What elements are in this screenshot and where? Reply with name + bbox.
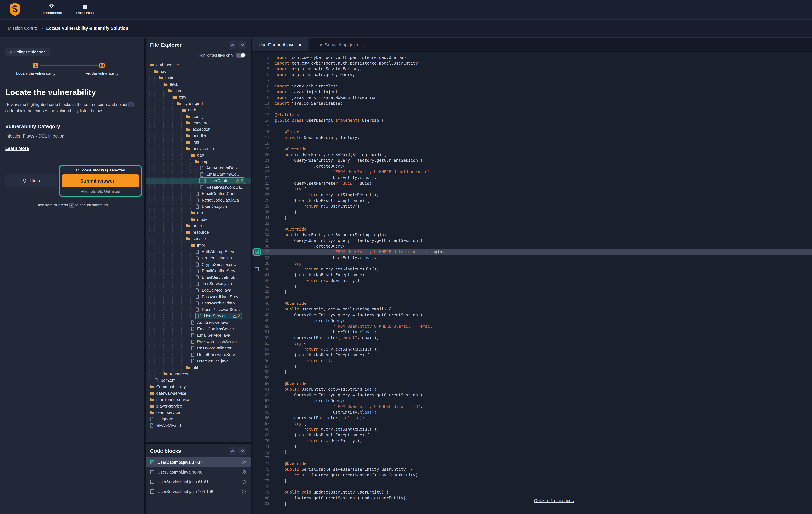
tree-folder-impl[interactable]: impl [146, 158, 251, 165]
code-text: query.setParameter("id", id); [275, 415, 365, 420]
code-block-item[interactable]: UserDaoImpl.java:37-37 [146, 457, 251, 467]
tree-file-UserDaoIm[interactable]: UserDaoIm…2 [146, 178, 251, 184]
tree-folder-player-service[interactable]: player-service [146, 403, 251, 409]
tree-file-CredentialValida[interactable]: CredentialValida… [146, 255, 251, 262]
tree-file-AuthAttemptServi[interactable]: AuthAttemptServi… [146, 248, 251, 255]
tree-folder-resources[interactable]: resources [146, 371, 251, 377]
tree-folder-util[interactable]: util [146, 364, 251, 371]
close-tab-icon[interactable]: × [362, 42, 365, 48]
tree-file-UserService[interactable]: UserService…2 [146, 313, 251, 319]
tree-folder-src[interactable]: src [146, 68, 251, 75]
explorer-scroll-down-button[interactable] [238, 41, 246, 49]
tree-file-EmailService.java[interactable]: EmailService.java [146, 332, 251, 339]
indent-guide [149, 210, 154, 216]
hints-button[interactable]: Hints [5, 174, 57, 187]
tree-item-label: AuthAttemptDao… [206, 166, 241, 170]
tree-folder-model[interactable]: model [146, 216, 251, 223]
main-layout: Collapse sidebar 1 2 Locate the vulnerab… [0, 38, 812, 514]
line-select-checkbox[interactable] [255, 267, 259, 271]
collapse-sidebar-button[interactable]: Collapse sidebar [5, 48, 50, 56]
editor-tab-UserServiceImpl.java[interactable]: UserServiceImpl.java× [309, 38, 372, 51]
line-select-checkbox[interactable] [255, 250, 259, 254]
tree-folder-csw[interactable]: csw [146, 94, 251, 101]
indent-guide [149, 280, 154, 287]
tree-file-JmsService.java[interactable]: JmsService.java [146, 280, 251, 287]
tree-folder-java[interactable]: java [146, 81, 251, 88]
tree-file-UserService.java[interactable]: UserService.java [146, 358, 251, 364]
tree-folder-auth-service[interactable]: auth-service [146, 62, 251, 68]
submit-answer-button[interactable]: Submit answer → [62, 174, 139, 187]
tree-file-ResetPasswordDa[interactable]: ResetPasswordDa… [146, 184, 251, 191]
tree-folder-monitoring-service[interactable]: monitoring-service [146, 397, 251, 403]
breadcrumb-parent[interactable]: Mission Control [8, 26, 38, 31]
tree-file-PasswordValidatorS[interactable]: PasswordValidatorS… [146, 345, 251, 351]
code-block-checkbox[interactable] [150, 470, 154, 474]
tree-file-ResetPasswordServi[interactable]: ResetPasswordServi… [146, 351, 251, 358]
tree-file-README.md[interactable]: README.md [146, 422, 251, 429]
tree-folder-exception[interactable]: exception [146, 126, 251, 133]
explorer-scroll-up-button[interactable] [229, 41, 236, 49]
code-line-47: 47 public UserEntity getByEmail(String e… [252, 306, 812, 312]
tree-file-EmailServiceImpl[interactable]: EmailServiceImpl… [146, 274, 251, 281]
tree-folder-jms[interactable]: jms [146, 139, 251, 145]
nav-resources[interactable]: Resources [76, 4, 93, 15]
tree-file-EmailConfirmCode[interactable]: EmailConfirmCode… [146, 191, 251, 197]
tree-file-PasswordHashServic[interactable]: PasswordHashServic… [146, 339, 251, 345]
code-block-checkbox[interactable] [150, 460, 154, 464]
tree-folder-main[interactable]: main [146, 75, 251, 81]
tree-file-AuthService.java[interactable]: AuthService.java [146, 319, 251, 326]
tree-file-EmailConfirmCo[interactable]: EmailConfirmCo… [146, 171, 251, 178]
tree-folder-converter[interactable]: converter [146, 119, 251, 126]
tree-folder-gateway-service[interactable]: gateway-service [146, 390, 251, 397]
highlighted-only-toggle[interactable] [236, 53, 245, 58]
tree-folder-config[interactable]: config [146, 113, 251, 120]
tree-folder-resource[interactable]: resource [146, 229, 251, 236]
indent-guide [149, 268, 154, 274]
tree-file-pom.xml[interactable]: pom.xml [146, 377, 251, 384]
indent-guide [186, 197, 190, 204]
tree-folder-com[interactable]: com [146, 87, 251, 94]
tree-file-EmailConfirmServic[interactable]: EmailConfirmServic… [146, 326, 251, 332]
tree-file-AuthAttemptDao[interactable]: AuthAttemptDao… [146, 165, 251, 171]
tree-folder-impl[interactable]: impl [146, 242, 251, 248]
code-block-item[interactable]: UserServiceImpl.java:106-106 [146, 487, 251, 496]
tree-folder-auth[interactable]: auth [146, 107, 251, 113]
tree-file-PasswordValidato[interactable]: PasswordValidato… [146, 300, 251, 306]
tree-folder-proto[interactable]: proto [146, 223, 251, 229]
tree-folder-dao[interactable]: dao [146, 152, 251, 158]
shortcuts-hint[interactable]: Click here or press ? to see all shortcu… [5, 203, 139, 208]
tree-file-LogService.java[interactable]: LogService.java [146, 287, 251, 294]
tree-folder-handler[interactable]: handler [146, 133, 251, 139]
tree-file-UserDao.java[interactable]: UserDao.java [146, 204, 251, 210]
indent-guide [158, 87, 163, 94]
brand-logo[interactable] [8, 2, 22, 17]
close-tab-icon[interactable]: × [299, 42, 302, 48]
code-block-checkbox[interactable] [150, 480, 154, 484]
file-icon [190, 359, 195, 363]
code-block-item[interactable]: UserDaoImpl.java:40-40 [146, 467, 251, 477]
tree-folder-CommonLibrary[interactable]: CommonLibrary [146, 384, 251, 390]
code-block-checkbox[interactable] [150, 489, 154, 494]
tree-folder-cybersport[interactable]: cybersport [146, 101, 251, 107]
indent-guide [149, 158, 154, 165]
code-line-59: 59 [252, 375, 812, 381]
tree-file-.gitignore[interactable]: .gitignore [146, 416, 251, 422]
learn-more-link[interactable]: Learn More [5, 146, 29, 151]
indent-guide [172, 133, 177, 139]
code-blocks-up-button[interactable] [229, 447, 236, 455]
tree-folder-service[interactable]: service [146, 236, 251, 242]
code-blocks-down-button[interactable] [238, 447, 246, 455]
tree-file-ResetPasswordSe[interactable]: ResetPasswordSe… [146, 306, 251, 313]
tree-folder-persistence[interactable]: persistence [146, 145, 251, 152]
tree-folder-team-service[interactable]: team-service [146, 409, 251, 416]
nav-tournaments[interactable]: Tournaments [41, 4, 62, 15]
editor-tab-UserDaoImpl.java[interactable]: UserDaoImpl.java× [252, 38, 309, 51]
code-block-item[interactable]: UserServiceImpl.java:61-61 [146, 477, 251, 487]
tree-item-label: impl [197, 243, 205, 248]
tree-file-ResetCodeDao.java[interactable]: ResetCodeDao.java [146, 197, 251, 204]
cookie-preferences-link[interactable]: Cookie Preferences [534, 498, 574, 503]
tree-folder-dto[interactable]: dto [146, 210, 251, 216]
tree-file-EmailConfirmServ[interactable]: EmailConfirmServ… [146, 268, 251, 274]
tree-file-PasswordHashServ[interactable]: PasswordHashServ… [146, 293, 251, 300]
tree-file-CryptoService.ja[interactable]: CryptoService.ja… [146, 261, 251, 268]
